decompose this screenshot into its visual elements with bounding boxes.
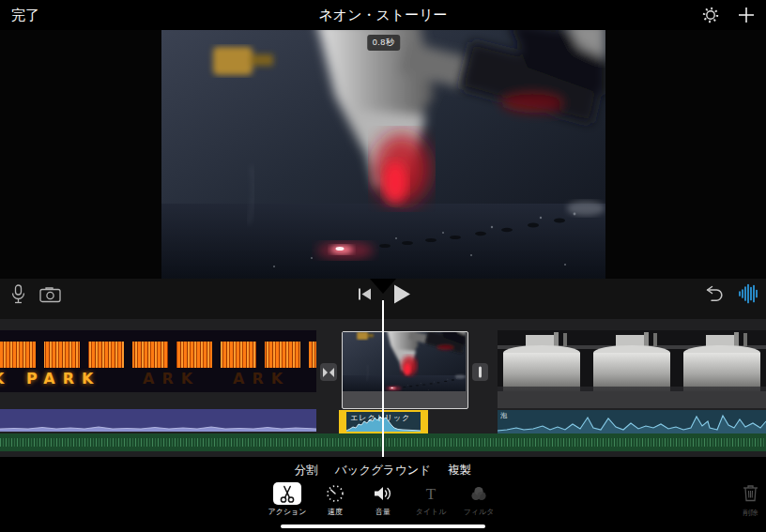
delete-tool[interactable]: 削除 bbox=[743, 484, 758, 518]
delete-label: 削除 bbox=[743, 508, 758, 518]
bottom-bar: 分割 バックグラウンド 複製 アクション bbox=[0, 457, 766, 532]
project-title: ネオン・ストーリー bbox=[0, 7, 766, 24]
timeline: K PARK ARK ARK bbox=[0, 319, 766, 457]
tool-speed[interactable]: 速度 bbox=[319, 482, 351, 517]
home-indicator[interactable] bbox=[281, 524, 485, 528]
video-clip-tanks[interactable] bbox=[498, 330, 766, 408]
audio-waveform-toggle-icon[interactable] bbox=[737, 282, 759, 305]
video-viewer[interactable]: 0.8秒 bbox=[161, 30, 605, 279]
neon-ghost-text: ARK bbox=[143, 370, 200, 388]
undo-icon[interactable] bbox=[704, 284, 725, 302]
neon-ghost-text: ARK bbox=[233, 370, 290, 388]
trim-handle-left[interactable] bbox=[339, 410, 346, 433]
record-voiceover-mic-icon[interactable] bbox=[9, 283, 26, 306]
tool-filter[interactable]: フィルタ bbox=[463, 482, 495, 517]
neon-word-park: PARK bbox=[26, 370, 100, 388]
speedometer-icon bbox=[321, 482, 349, 505]
top-bar: 完了 ネオン・ストーリー bbox=[0, 0, 766, 30]
clip-duration-tooltip: 0.8秒 bbox=[367, 35, 401, 51]
play-button[interactable] bbox=[392, 283, 411, 304]
preview-area: 0.8秒 bbox=[0, 30, 766, 279]
tool-label: フィルタ bbox=[464, 507, 495, 517]
imovie-app: 完了 ネオン・ストーリー bbox=[0, 0, 766, 532]
clip-thumbnail bbox=[343, 332, 466, 391]
clip-context-menu: 分割 バックグラウンド 複製 bbox=[0, 463, 766, 479]
edit-toolbar: アクション 速度 音量 bbox=[0, 482, 766, 517]
audio-clip-foam[interactable]: 泡 bbox=[498, 410, 766, 433]
tool-action[interactable]: アクション bbox=[271, 482, 303, 517]
duplicate-menu-item[interactable]: 複製 bbox=[448, 463, 471, 479]
audio-clip-label: エレクトリック bbox=[350, 413, 410, 423]
background-menu-item[interactable]: バックグラウンド bbox=[335, 463, 431, 479]
neon-sign-text: K PARK ARK ARK bbox=[0, 370, 316, 390]
clip-audio-strip bbox=[343, 391, 466, 406]
settings-gear-icon[interactable] bbox=[700, 5, 721, 25]
tool-volume[interactable]: 音量 bbox=[367, 482, 399, 517]
trash-icon bbox=[743, 484, 758, 506]
clip-audio-strip bbox=[498, 391, 766, 408]
scissors-icon bbox=[273, 482, 301, 505]
camera-icon[interactable] bbox=[38, 285, 61, 304]
transition-button[interactable] bbox=[320, 363, 337, 381]
neon-letter-fragment: K bbox=[0, 370, 11, 388]
playhead-line[interactable] bbox=[382, 300, 384, 457]
tool-label: 速度 bbox=[328, 507, 343, 517]
title-t-icon: T bbox=[417, 482, 445, 505]
neon-sign-bars bbox=[0, 342, 316, 368]
tool-title[interactable]: T タイトル bbox=[415, 482, 447, 517]
tool-label: アクション bbox=[268, 507, 307, 517]
video-clip-neon-park[interactable]: K PARK ARK ARK bbox=[0, 330, 316, 392]
audio-clip-label: 泡 bbox=[500, 411, 507, 420]
add-media-plus-icon[interactable] bbox=[736, 5, 757, 25]
trim-handle-right[interactable] bbox=[421, 410, 428, 433]
svg-text:T: T bbox=[426, 485, 437, 502]
audio-clip-purple[interactable] bbox=[0, 409, 316, 432]
speaker-icon bbox=[369, 482, 397, 505]
clip-thumbnail bbox=[498, 330, 766, 391]
video-clip-selected-laser[interactable] bbox=[342, 331, 468, 409]
tool-label: タイトル bbox=[416, 507, 447, 517]
no-transition-button[interactable] bbox=[472, 363, 488, 381]
skip-to-start-button[interactable] bbox=[357, 287, 372, 300]
split-menu-item[interactable]: 分割 bbox=[295, 463, 318, 479]
tool-label: 音量 bbox=[375, 507, 391, 517]
filter-circles-icon bbox=[465, 482, 493, 505]
